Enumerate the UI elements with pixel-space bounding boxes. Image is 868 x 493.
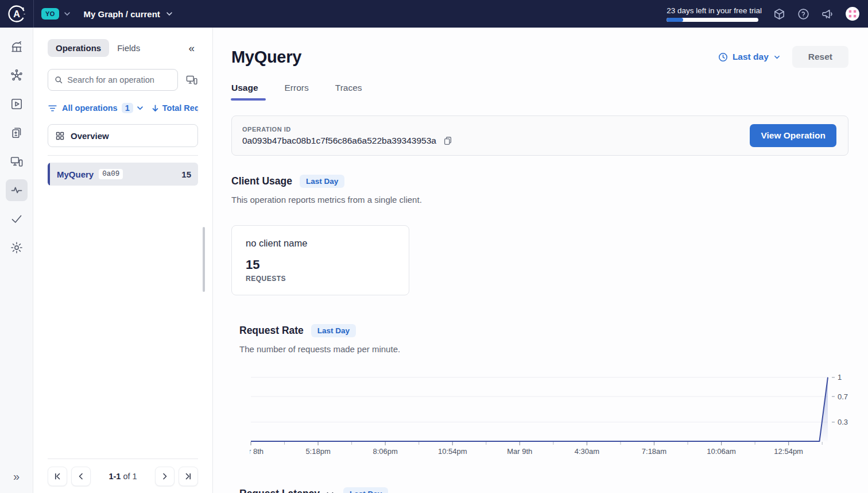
svg-text:1: 1 <box>838 373 842 382</box>
tab-fields[interactable]: Fields <box>109 39 148 57</box>
graph-nodes-icon <box>10 68 24 82</box>
request-latency-section: Request Latency Last Day <box>239 487 848 493</box>
operation-id-value: 0a093b47bac08b1c7f56c86a6a522ba39343953a <box>242 136 436 146</box>
pagination-range: 1-1 <box>108 472 121 481</box>
search-input[interactable] <box>67 75 171 84</box>
pagination-first-button[interactable] <box>48 467 67 486</box>
pagination-prev-button[interactable] <box>71 467 91 486</box>
document-diff-icon <box>10 126 24 140</box>
client-request-unit: REQUESTS <box>246 275 395 283</box>
operation-list-item-selected[interactable]: MyQuery 0a09 15 <box>48 163 198 186</box>
collapse-panel-button[interactable]: « <box>185 41 198 56</box>
overview-item[interactable]: Overview <box>48 124 198 147</box>
operation-request-count: 15 <box>181 170 191 179</box>
filter-icon <box>48 103 57 113</box>
nav-changelog[interactable] <box>6 122 28 144</box>
checkmark-icon <box>10 212 24 226</box>
collapse-section-button[interactable] <box>326 490 335 493</box>
svg-text:0.7: 0.7 <box>838 392 848 401</box>
apollo-logo[interactable]: A <box>0 3 33 24</box>
graph-variant-selector[interactable]: My Graph / current <box>84 9 173 19</box>
last-day-badge: Last Day <box>300 175 344 188</box>
devices-icon <box>185 74 198 86</box>
svg-text:0.3: 0.3 <box>838 418 848 426</box>
clock-icon <box>718 52 728 62</box>
operation-search[interactable] <box>48 69 178 91</box>
org-badge[interactable]: YO <box>41 8 59 20</box>
client-name: no client name <box>246 238 395 249</box>
operations-panel: Operations Fields « All operations 1 <box>33 28 213 493</box>
help-button[interactable] <box>797 7 810 21</box>
chevron-down-icon <box>326 490 335 493</box>
filter-count-badge: 1 <box>122 103 133 113</box>
pagination-last-button[interactable] <box>179 467 198 486</box>
chevron-left-icon <box>76 472 86 481</box>
view-operation-button[interactable]: View Operation <box>750 124 836 147</box>
panel-scrollbar[interactable] <box>203 227 205 292</box>
tab-traces[interactable]: Traces <box>335 83 362 101</box>
time-range-selector[interactable]: Last day <box>718 52 781 62</box>
tab-operations[interactable]: Operations <box>48 39 109 57</box>
operation-id-short: 0a09 <box>99 169 123 179</box>
play-square-icon <box>10 97 24 111</box>
sort-label: Total Requests <box>162 103 198 113</box>
nav-home[interactable] <box>6 36 28 57</box>
pagination-next-button[interactable] <box>155 467 175 486</box>
nav-explorer[interactable] <box>6 93 28 115</box>
first-page-icon <box>53 472 62 481</box>
deployments-button[interactable] <box>773 7 786 21</box>
nav-checks[interactable] <box>6 208 28 230</box>
client-usage-description: This operation reports metrics from a si… <box>231 195 848 205</box>
tab-errors[interactable]: Errors <box>285 83 309 101</box>
nav-settings[interactable] <box>6 237 28 259</box>
topbar-divider <box>33 0 34 28</box>
arrow-down-icon <box>151 104 160 113</box>
chevron-down-icon <box>136 104 144 112</box>
request-rate-chart: 10.70.3Mar 8th5:18pm8:06pm10:54pmMar 9th… <box>250 370 859 457</box>
last-page-icon <box>184 472 193 481</box>
trial-progress-fill <box>666 18 683 22</box>
expand-rail-button[interactable]: » <box>6 467 28 486</box>
svg-text:4:30am: 4:30am <box>575 447 599 456</box>
apollo-logo-icon: A <box>6 3 27 24</box>
gear-icon <box>10 241 24 255</box>
pagination-label: 1-1 of 1 <box>95 472 151 481</box>
nav-insights[interactable] <box>6 179 28 201</box>
sort-dropdown[interactable]: Total Requests <box>151 103 198 113</box>
chevron-right-icon <box>160 472 169 481</box>
operation-id-card: OPERATION ID 0a093b47bac08b1c7f56c86a6a5… <box>231 115 848 156</box>
announcements-button[interactable] <box>821 7 834 21</box>
svg-text:7:18am: 7:18am <box>642 447 666 456</box>
pagination: 1-1 of 1 <box>48 459 198 486</box>
client-request-count: 15 <box>246 257 395 272</box>
graph-variant-label: My Graph / current <box>84 9 160 19</box>
avatar-identicon <box>845 6 860 21</box>
copy-icon <box>443 136 453 146</box>
box-icon <box>773 7 786 21</box>
operation-name: MyQuery <box>57 170 94 179</box>
last-day-badge: Last Day <box>311 324 356 337</box>
operations-filter-row: All operations 1 Total Requests <box>48 103 198 113</box>
svg-text:10:06am: 10:06am <box>707 447 736 456</box>
nav-clients[interactable] <box>6 151 28 172</box>
svg-text:Mar 9th: Mar 9th <box>507 447 532 456</box>
pulse-icon <box>10 183 24 197</box>
operations-filter-dropdown[interactable]: All operations 1 <box>62 103 151 113</box>
panel-tabs: Operations Fields « <box>48 39 198 57</box>
tab-usage[interactable]: Usage <box>231 83 258 101</box>
client-usage-title: Client Usage <box>231 175 292 187</box>
request-rate-title: Request Rate <box>239 325 304 337</box>
client-card[interactable]: no client name 15 REQUESTS <box>231 225 409 295</box>
pagination-suffix: of 1 <box>123 472 137 481</box>
time-range-label: Last day <box>733 52 769 62</box>
org-chevron-down-icon[interactable] <box>63 10 71 18</box>
trial-progress-bar <box>666 18 758 22</box>
reset-button[interactable]: Reset <box>792 46 848 68</box>
last-day-badge: Last Day <box>343 487 388 493</box>
svg-text:10:54pm: 10:54pm <box>438 447 467 456</box>
copy-button[interactable] <box>443 136 453 146</box>
nav-schema[interactable] <box>6 64 28 86</box>
client-filter-button[interactable] <box>185 74 198 86</box>
user-avatar[interactable] <box>845 6 860 21</box>
selected-accent-bar <box>48 163 50 186</box>
